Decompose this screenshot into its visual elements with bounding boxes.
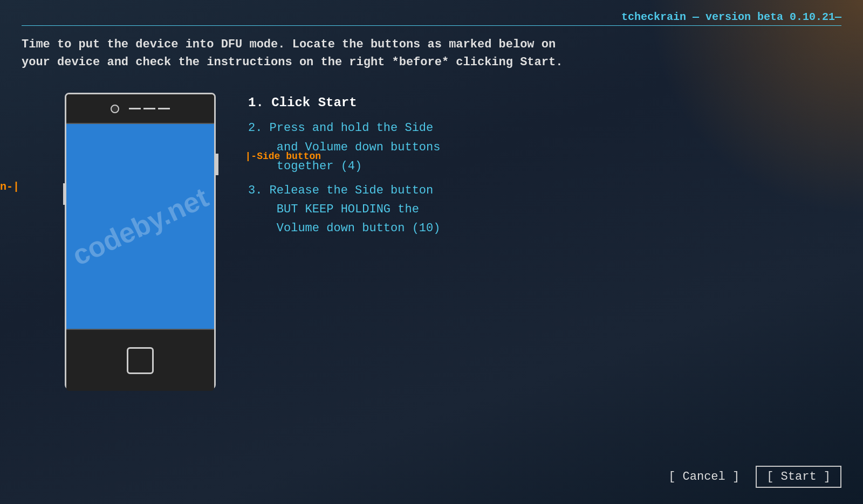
intro-line2: your device and check the instructions o…	[22, 53, 841, 71]
main-area: Volume down-| codeby.net	[22, 87, 841, 455]
step-1-number: 1.	[248, 95, 271, 110]
title-bar: tcheckrain — version beta 0.10.21—	[22, 11, 841, 26]
camera-icon	[111, 105, 119, 113]
intro-text: Time to put the device into DFU mode. Lo…	[22, 36, 841, 71]
volume-label: Volume down-|	[0, 181, 19, 193]
step-1-text: Click Start	[271, 95, 357, 110]
side-button	[215, 154, 218, 175]
phone-screen: codeby.net	[66, 124, 214, 329]
phone-bottom-bar	[66, 329, 214, 391]
step-3-text: Release the Side button BUT KEEP HOLDING…	[248, 184, 440, 235]
cancel-button[interactable]: [ Cancel ]	[663, 467, 745, 487]
step-3-number: 3.	[248, 184, 270, 197]
phone-top-bar	[66, 94, 214, 124]
phone-diagram: Volume down-| codeby.net	[65, 93, 216, 389]
title-text: tcheckrain — version beta 0.10.21—	[621, 11, 841, 23]
side-button-label: |-Side button	[245, 151, 321, 162]
speaker-icon	[129, 108, 170, 109]
step-1: 1. Click Start	[248, 93, 841, 113]
step-2-text: Press and hold the Side and Volume down …	[248, 121, 440, 172]
step-3: 3. Release the Side button BUT KEEP HOLD…	[248, 181, 841, 238]
phone-body: codeby.net	[65, 93, 216, 389]
watermark: codeby.net	[67, 181, 214, 272]
step-2: 2. Press and hold the Side and Volume do…	[248, 119, 841, 176]
home-button-icon	[127, 347, 154, 374]
bottom-bar: [ Cancel ] [ Start ]	[22, 455, 841, 488]
step-2-number: 2.	[248, 121, 270, 135]
start-button[interactable]: [ Start ]	[756, 466, 841, 488]
intro-line1: Time to put the device into DFU mode. Lo…	[22, 36, 841, 53]
instructions-panel: 1. Click Start 2. Press and hold the Sid…	[248, 93, 841, 244]
main-content: tcheckrain — version beta 0.10.21— Time …	[0, 0, 863, 504]
